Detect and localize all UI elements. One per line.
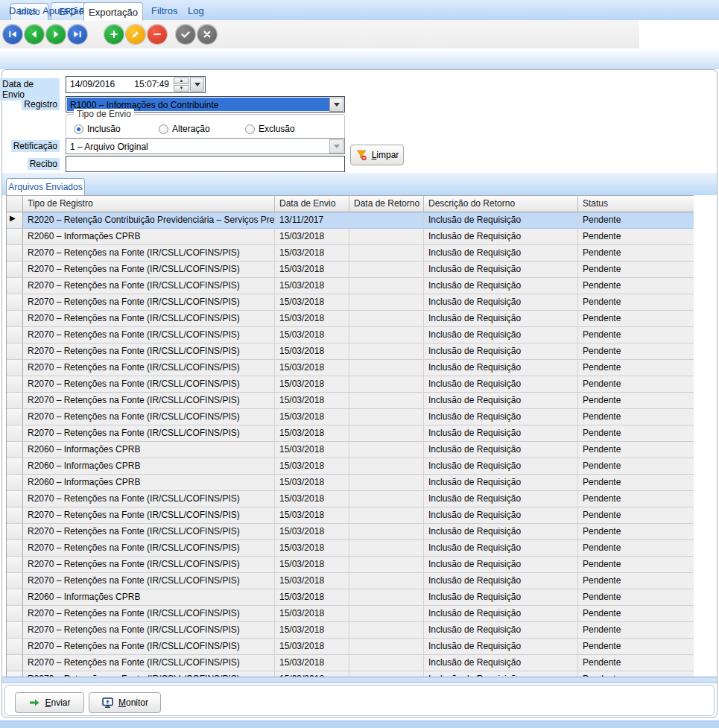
table-row[interactable]: ▶ R2070 – Retenções na Fonte (IR/CSLL/CO… [7,245,694,262]
row-indicator-cell: ▶ [7,393,23,409]
time-spinner[interactable]: ▲▼ [174,77,189,92]
retificacao-dropdown-button[interactable] [329,139,343,153]
cell-data-retorno [349,212,424,229]
tab-filtros[interactable]: Filtros [151,5,177,16]
cell-status: Pendente [578,573,694,589]
table-row[interactable]: ▶ R2060 – Informações CPRB 15/03/2018 In… [7,475,694,491]
col-status[interactable]: Status [578,196,694,212]
toolbar [0,20,719,48]
table-row[interactable]: ▶ R2070 – Retenções na Fonte (IR/CSLL/CO… [7,262,694,278]
cell-tipo-registro: R2070 – Retenções na Fonte (IR/CSLL/COFI… [23,557,275,573]
monitor-button[interactable]: Monitor [89,692,161,713]
table-row[interactable]: ▶ R2070 – Retenções na Fonte (IR/CSLL/CO… [7,393,694,409]
tab-dados[interactable]: Dados [9,5,37,16]
data-envio-field[interactable]: 14/09/2016 15:07:49 ▲▼ [66,76,206,93]
table-row[interactable]: ▶ R2070 – Retenções na Fonte (IR/CSLL/CO… [7,622,694,639]
enviar-label: Enviar [45,697,70,708]
tab-apuracao[interactable]: Apuração [42,5,84,16]
cell-descricao-retorno: Inclusão de Requisição [424,311,578,327]
table-row[interactable]: ▶ R2020 – Retenção Contribuição Previden… [7,212,694,229]
cell-data-envio: 15/03/2018 [275,376,349,393]
cell-descricao-retorno: Inclusão de Requisição [424,639,578,655]
limpar-button[interactable]: Limpar [350,145,404,165]
cell-data-envio: 15/03/2018 [275,557,349,573]
table-row[interactable]: ▶ R2070 – Retenções na Fonte (IR/CSLL/CO… [7,540,694,557]
cell-data-retorno [349,540,424,557]
col-descricao-retorno[interactable]: Descrição do Retorno [424,196,578,212]
radio-exclusao[interactable]: Exclusão [245,124,295,134]
table-row[interactable]: ▶ R2070 – Retenções na Fonte (IR/CSLL/CO… [7,606,694,622]
cell-tipo-registro: R2060 – Informações CPRB [23,475,275,491]
cell-descricao-retorno: Inclusão de Requisição [424,393,578,409]
cell-data-retorno [349,344,424,360]
table-row[interactable]: ▶ R2070 – Retenções na Fonte (IR/CSLL/CO… [7,491,694,507]
last-record-button[interactable] [68,25,87,44]
table-row[interactable]: ▶ R2070 – Retenções na Fonte (IR/CSLL/CO… [7,344,694,360]
insert-record-button[interactable] [104,25,124,44]
registro-dropdown-button[interactable] [329,98,343,112]
retificacao-combobox[interactable]: 1 – Arquivo Original [66,138,345,154]
radio-inclusao[interactable]: Inclusão [74,124,121,134]
first-record-button[interactable] [3,25,22,44]
cell-status: Pendente [578,245,694,262]
chevron-down-icon [194,83,200,86]
enviar-button[interactable]: Enviar [15,692,84,713]
date-dropdown-button[interactable] [190,77,204,92]
col-data-retorno[interactable]: Data de Retorno [349,196,424,212]
table-row[interactable]: ▶ R2070 – Retenções na Fonte (IR/CSLL/CO… [7,376,694,393]
radio-button-icon [159,124,168,134]
tab-log[interactable]: Log [188,5,204,16]
radio-alteracao[interactable]: Alteração [159,124,210,134]
table-row[interactable]: ▶ R2070 – Retenções na Fonte (IR/CSLL/CO… [7,524,694,540]
table-row[interactable]: ▶ R2070 – Retenções na Fonte (IR/CSLL/CO… [7,573,694,589]
table-row[interactable]: ▶ R2070 – Retenções na Fonte (IR/CSLL/CO… [7,507,694,524]
cell-data-envio: 15/03/2018 [275,655,349,671]
table-row[interactable]: ▶ R2070 – Retenções na Fonte (IR/CSLL/CO… [7,409,694,425]
table-row[interactable]: ▶ R2070 – Retenções na Fonte (IR/CSLL/CO… [7,278,694,294]
table-row[interactable]: ▶ R2070 – Retenções na Fonte (IR/CSLL/CO… [7,327,694,344]
col-data-envio[interactable]: Data de Envio [275,196,349,212]
retificacao-selected-value: 1 – Arquivo Original [67,139,329,153]
cell-tipo-registro: R2070 – Retenções na Fonte (IR/CSLL/COFI… [23,425,275,442]
next-record-icon [50,28,62,40]
delete-record-button[interactable] [148,25,167,44]
table-row[interactable]: ▶ R2070 – Retenções na Fonte (IR/CSLL/CO… [7,311,694,327]
cancel-record-button[interactable] [197,25,217,44]
edit-record-button[interactable] [126,25,145,44]
table-row[interactable]: ▶ R2070 – Retenções na Fonte (IR/CSLL/CO… [7,655,694,671]
table-row[interactable]: ▶ R2060 – Informações CPRB 15/03/2018 In… [7,229,694,245]
table-row[interactable]: ▶ R2060 – Informações CPRB 15/03/2018 In… [7,442,694,458]
cell-tipo-registro: R2020 – Retenção Contribuição Previdenci… [23,212,275,229]
clear-filter-icon [355,149,367,161]
tab-exportacao[interactable]: Exportação [83,2,143,21]
panel-separator [2,677,717,683]
table-row[interactable]: ▶ R2060 – Informações CPRB 15/03/2018 In… [7,458,694,475]
table-row[interactable]: ▶ R2070 – Retenções na Fonte (IR/CSLL/CO… [7,671,694,677]
row-indicator-cell: ▶ [7,540,23,557]
table-row[interactable]: ▶ R2070 – Retenções na Fonte (IR/CSLL/CO… [7,557,694,573]
tipo-envio-legend: Tipo de Envio [74,109,134,119]
next-record-button[interactable] [46,25,66,44]
col-tipo-registro[interactable]: Tipo de Registro [23,196,275,212]
cell-data-envio: 15/03/2018 [275,294,349,311]
post-record-button[interactable] [176,25,195,44]
table-row[interactable]: ▶ R2070 – Retenções na Fonte (IR/CSLL/CO… [7,360,694,376]
cell-data-envio: 15/03/2018 [275,425,349,442]
cell-tipo-registro: R2060 – Informações CPRB [23,229,275,245]
cell-data-retorno [349,491,424,507]
cell-tipo-registro: R2070 – Retenções na Fonte (IR/CSLL/COFI… [23,491,275,507]
tab-arquivos-enviados[interactable]: Arquivos Enviados [6,178,85,195]
table-row[interactable]: ▶ R2070 – Retenções na Fonte (IR/CSLL/CO… [7,639,694,655]
cell-descricao-retorno: Inclusão de Requisição [424,344,578,360]
cell-data-envio: 15/03/2018 [275,573,349,589]
cell-data-retorno [349,557,424,573]
limpar-label: Limpar [372,150,399,160]
table-row[interactable]: ▶ R2070 – Retenções na Fonte (IR/CSLL/CO… [7,425,694,442]
current-row-arrow-icon: ▶ [10,214,22,222]
row-indicator-cell: ▶ [7,671,23,677]
prior-record-button[interactable] [25,25,44,44]
table-row[interactable]: ▶ R2060 – Informações CPRB 15/03/2018 In… [7,589,694,606]
row-indicator-cell: ▶ [7,376,23,393]
table-row[interactable]: ▶ R2070 – Retenções na Fonte (IR/CSLL/CO… [7,294,694,311]
recibo-input[interactable] [66,156,345,172]
